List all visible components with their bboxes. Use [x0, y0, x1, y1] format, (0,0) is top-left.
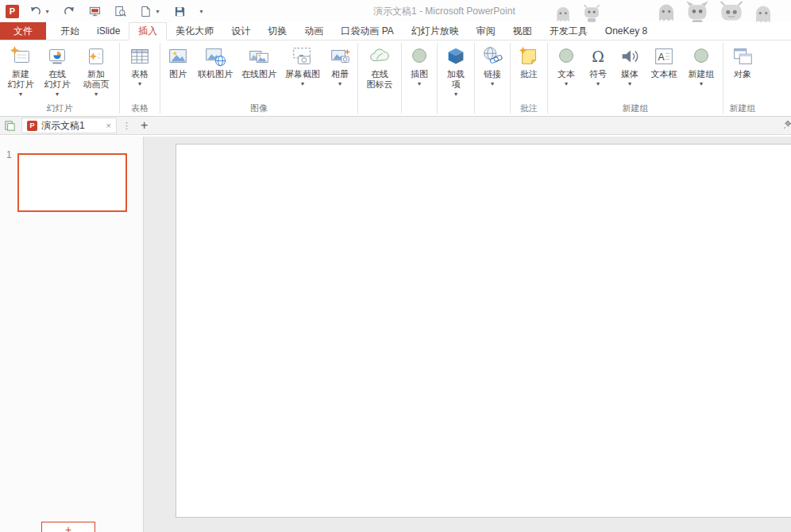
button-label: 表格: [131, 69, 149, 79]
link-button[interactable]: 链接: [477, 40, 507, 102]
button-label: 文本框: [651, 69, 677, 79]
dropdown-caret-icon: [454, 90, 457, 97]
group-label-new-group: 新建组: [550, 102, 720, 116]
online-slides-icon: [45, 44, 69, 69]
dropdown-caret-icon: [596, 79, 600, 87]
tab-menu-icon[interactable]: ⋮: [122, 121, 131, 131]
print-preview-button[interactable]: [112, 2, 128, 20]
group-divider: [437, 43, 438, 114]
button-label: 新建: [12, 69, 29, 79]
dropdown-caret-icon: [19, 90, 22, 97]
button-label: 文本: [558, 69, 575, 79]
tab-view[interactable]: 视图: [504, 22, 541, 40]
ribbon-group-links: 链接: [477, 40, 508, 116]
picture-icon: [166, 44, 190, 69]
slide-thumbnail[interactable]: [17, 153, 127, 212]
new-group-button[interactable]: 新建组: [682, 40, 720, 102]
tab-file[interactable]: 文件: [0, 22, 46, 40]
online-slides-button[interactable]: 在线 幻灯片: [39, 40, 75, 102]
ribbon-group-table: 表格 表格: [122, 40, 158, 116]
button-label: 符号: [589, 69, 607, 79]
table-button[interactable]: 表格: [122, 40, 157, 102]
symbol-button[interactable]: Ω 符号: [582, 40, 614, 102]
addin-cube-icon: [444, 44, 468, 69]
slide-editing-surface[interactable]: [176, 144, 791, 518]
online-picture-icon: [203, 44, 227, 69]
new-document-dropdown-caret[interactable]: [153, 2, 162, 20]
online-picture-button[interactable]: 联机图片: [193, 40, 237, 102]
photo-album-icon: [328, 44, 352, 69]
mascot-ghost-icon: [553, 5, 573, 24]
tab-insert[interactable]: 插入: [129, 22, 167, 40]
screenshot-button[interactable]: 屏幕截图: [280, 40, 325, 102]
group-label-empty: [404, 102, 434, 116]
undo-dropdown-caret[interactable]: [43, 2, 52, 20]
group-label-new-group: 新建组: [726, 102, 759, 116]
redo-button[interactable]: [61, 2, 77, 20]
textbox-button[interactable]: A 文本框: [646, 40, 682, 102]
speaker-icon: [618, 44, 642, 69]
slide-number: 1: [6, 149, 12, 160]
group-label-empty: [361, 102, 399, 116]
addin-button[interactable]: 加载 项: [440, 40, 472, 102]
tab-developer[interactable]: 开发工具: [541, 22, 596, 40]
customize-quick-access-caret[interactable]: [197, 2, 206, 20]
new-document-icon: [140, 6, 152, 17]
new-animation-page-button[interactable]: 新加 动画页: [75, 40, 117, 102]
comment-button[interactable]: 批注: [513, 40, 545, 102]
ribbon-group-new-group-2: 对象 新建组: [725, 40, 760, 116]
link-icon: [480, 44, 504, 69]
new-slide-button[interactable]: 新建 幻灯片: [2, 40, 39, 102]
dropdown-caret-icon: [565, 79, 568, 87]
tab-review[interactable]: 审阅: [468, 22, 504, 40]
slideshow-monitor-icon: [89, 6, 101, 17]
tab-islide[interactable]: iSlide: [88, 22, 129, 40]
group-divider: [160, 43, 160, 114]
ribbon-group-slides: 新建 幻灯片 在线 幻灯片 新加 动画页 幻灯片: [2, 40, 118, 116]
start-slideshow-button[interactable]: [87, 2, 102, 20]
picture-button[interactable]: 图片: [163, 40, 193, 102]
photo-album-button[interactable]: 相册: [325, 40, 355, 102]
text-circle-icon: [554, 44, 578, 69]
tab-pocket-animation[interactable]: 口袋动画 PA: [332, 22, 402, 40]
add-slide-button[interactable]: +: [41, 522, 95, 532]
pin-icon[interactable]: [783, 120, 791, 132]
tab-onekey[interactable]: OneKey 8: [596, 22, 656, 40]
group-divider: [547, 43, 548, 114]
close-tab-icon[interactable]: ×: [106, 121, 111, 130]
tab-home[interactable]: 开始: [52, 22, 88, 40]
ribbon-group-illustrations: 插图: [403, 40, 435, 116]
ribbon-insert: 新建 幻灯片 在线 幻灯片 新加 动画页 幻灯片 表格: [0, 40, 791, 117]
table-icon: [128, 44, 152, 69]
tab-slideshow[interactable]: 幻灯片放映: [403, 22, 468, 40]
textbox-icon: A: [652, 44, 676, 69]
tab-meihua-dashi[interactable]: 美化大师: [167, 22, 222, 40]
tab-transitions[interactable]: 切换: [259, 22, 295, 40]
illustration-button[interactable]: 插图: [404, 40, 434, 102]
group-label-comments: 批注: [513, 102, 545, 116]
tab-design[interactable]: 设计: [222, 22, 259, 40]
save-button[interactable]: [172, 2, 187, 20]
text-button[interactable]: 文本: [550, 40, 582, 102]
omega-symbol-icon: Ω: [586, 44, 610, 69]
web-images-button[interactable]: 在线图片: [237, 40, 280, 102]
online-icon-cloud-button[interactable]: 在线 图标云: [361, 40, 399, 102]
button-label: 对象: [734, 69, 751, 79]
add-tab-button[interactable]: +: [141, 119, 148, 132]
ribbon-group-comments: 批注 批注: [512, 40, 546, 116]
undo-button[interactable]: [27, 2, 43, 20]
object-button[interactable]: 对象: [726, 40, 759, 102]
button-label: 图标云: [367, 79, 393, 90]
button-label: 在线图片: [241, 69, 276, 79]
document-tab-bar: P 演示文稿1 × ⋮ +: [0, 117, 791, 135]
tab-animations[interactable]: 动画: [295, 22, 332, 40]
media-button[interactable]: 媒体: [614, 40, 646, 102]
group-label-table: 表格: [122, 102, 157, 116]
new-document-button[interactable]: [137, 2, 153, 20]
dropdown-caret-icon: [491, 79, 494, 87]
tab-list-button[interactable]: [2, 118, 17, 133]
ribbon-group-new-group-1: 文本 Ω 符号 媒体 A 文本框 新建组 新建组: [550, 40, 721, 116]
quick-access-toolbar: [27, 2, 206, 20]
button-label: 新加: [87, 69, 105, 79]
document-tab[interactable]: P 演示文稿1 ×: [21, 118, 117, 133]
